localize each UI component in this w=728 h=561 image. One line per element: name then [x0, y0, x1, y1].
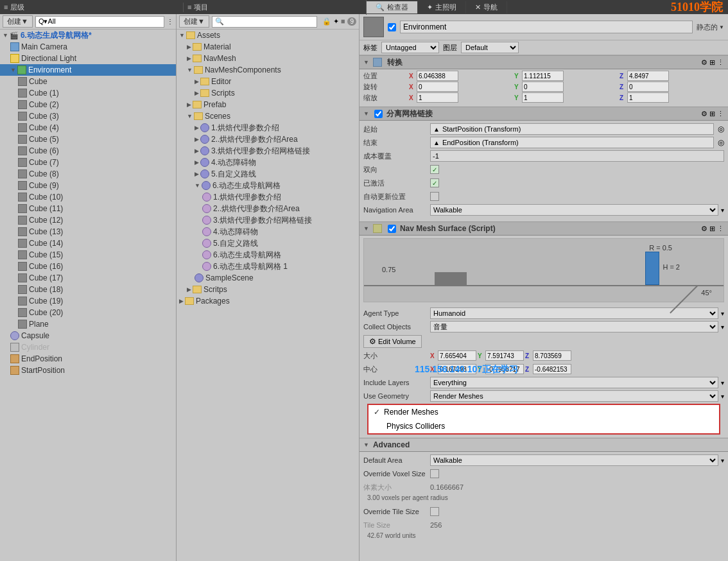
- cost-input[interactable]: [430, 150, 724, 162]
- project-navmeshcomp-folder[interactable]: ▼ NavMeshComponents: [177, 64, 359, 76]
- object-name-input[interactable]: [400, 21, 693, 33]
- scale-z-input[interactable]: [627, 92, 669, 103]
- hierarchy-item-end-pos[interactable]: EndPosition: [0, 353, 176, 365]
- project-scene1[interactable]: ▶ 1.烘焙代理参数介绍: [177, 122, 359, 134]
- offmesh-enabled-checkbox[interactable]: [374, 110, 383, 118]
- tab-lighting[interactable]: ✦ 主照明: [418, 1, 466, 13]
- pos-y-input[interactable]: [522, 71, 564, 81]
- hierarchy-item-cube4[interactable]: Cube (4): [0, 122, 176, 134]
- bidirectional-checkbox[interactable]: ✓: [430, 165, 439, 174]
- hierarchy-item-start-pos[interactable]: StartPosition: [0, 365, 176, 376]
- hierarchy-item-cube6[interactable]: Cube (6): [0, 145, 176, 157]
- pos-z-input[interactable]: [627, 71, 669, 81]
- edit-volume-button[interactable]: ⚙ Edit Volume: [363, 335, 422, 348]
- rot-x-input[interactable]: [417, 82, 458, 92]
- hierarchy-create-button[interactable]: 创建▼: [3, 15, 33, 28]
- project-create-button[interactable]: 创建▼: [179, 15, 209, 28]
- hierarchy-item-dir-light[interactable]: Directional Light: [0, 53, 176, 64]
- end-object-field[interactable]: ▲ EndPosition (Transform): [430, 137, 714, 148]
- project-editor-folder[interactable]: ▶ Editor: [177, 76, 359, 87]
- center-z-input[interactable]: [533, 364, 571, 374]
- hierarchy-item-cube11[interactable]: Cube (11): [0, 203, 176, 214]
- project-scene4b[interactable]: 4.动态障碍物: [177, 226, 359, 237]
- hierarchy-item-cylinder[interactable]: Cylinder: [0, 341, 176, 353]
- hierarchy-item-cube14[interactable]: Cube (14): [0, 237, 176, 249]
- hierarchy-item-cube9[interactable]: Cube (9): [0, 180, 176, 191]
- project-material-folder[interactable]: ▶ Material: [177, 41, 359, 53]
- collect-objects-dropdown[interactable]: 音量: [430, 321, 718, 332]
- project-scene3b[interactable]: 3.烘焙代理参数介绍网格链接: [177, 214, 359, 226]
- project-assets-folder[interactable]: ▼ Assets: [177, 30, 359, 41]
- start-object-field[interactable]: ▲ StartPosition (Transform): [430, 123, 714, 135]
- hierarchy-item-cube7[interactable]: Cube (7): [0, 157, 176, 168]
- hierarchy-item-cube16[interactable]: Cube (16): [0, 261, 176, 272]
- size-y-input[interactable]: [485, 350, 524, 361]
- project-search-box[interactable]: 🔍: [212, 16, 317, 28]
- hierarchy-item-cube12[interactable]: Cube (12): [0, 214, 176, 226]
- default-area-dropdown[interactable]: Walkable: [430, 454, 718, 466]
- rot-y-input[interactable]: [522, 82, 564, 92]
- navmesh-surface-section-header[interactable]: ▼ Nav Mesh Surface (Script) ⚙ ⊞ ⋮: [360, 221, 728, 236]
- project-scene1b[interactable]: 1.烘焙代理参数介绍: [177, 191, 359, 203]
- hierarchy-item-cube18[interactable]: Cube (18): [0, 284, 176, 295]
- override-tile-checkbox[interactable]: [430, 507, 439, 516]
- navmesh-surface-checkbox[interactable]: [388, 225, 396, 233]
- scale-y-input[interactable]: [522, 92, 564, 103]
- project-navmesh-folder[interactable]: ▶ NavMesh: [177, 53, 359, 64]
- project-prefab-folder[interactable]: ▶ Prefab: [177, 99, 359, 110]
- static-dropdown-arrow[interactable]: ▼: [719, 24, 724, 30]
- project-scripts-folder[interactable]: ▶ Scripts: [177, 87, 359, 99]
- include-layers-dropdown[interactable]: Everything: [430, 377, 718, 388]
- hierarchy-search-input[interactable]: [35, 16, 164, 28]
- project-scene2[interactable]: ▶ 2..烘焙代理参数介绍Area: [177, 134, 359, 145]
- start-pick-icon[interactable]: ◎: [718, 125, 724, 134]
- hierarchy-item-cube5[interactable]: Cube (5): [0, 134, 176, 145]
- center-x-input[interactable]: [438, 364, 476, 374]
- agent-type-dropdown[interactable]: Humanoid: [430, 307, 718, 319]
- override-voxel-checkbox[interactable]: [430, 469, 439, 478]
- scene-root-item[interactable]: ▼ 🎬 6.动态生成导航网格*: [0, 30, 176, 41]
- nav-area-dropdown[interactable]: Walkable: [430, 204, 718, 216]
- project-scenes-folder[interactable]: ▼ Scenes: [177, 110, 359, 122]
- hierarchy-item-main-camera[interactable]: Main Camera: [0, 41, 176, 53]
- use-geometry-dropdown[interactable]: Render Meshes Physics Colliders: [430, 390, 718, 402]
- dropdown-physics-colliders[interactable]: Physics Colliders: [368, 419, 719, 433]
- dropdown-render-meshes[interactable]: ✓ Render Meshes: [368, 405, 719, 419]
- project-scene5[interactable]: ▶ 5.自定义路线: [177, 168, 359, 180]
- project-scene3[interactable]: ▶ 3.烘焙代理参数介绍网格链接: [177, 145, 359, 157]
- project-scene6[interactable]: ▼ 6.动态生成导航网格: [177, 180, 359, 191]
- offmesh-section-header[interactable]: ▼ 分离网格链接 ⚙ ⊞ ⋮: [360, 107, 728, 121]
- hierarchy-item-cube[interactable]: Cube: [0, 76, 176, 87]
- hierarchy-item-environment[interactable]: ▼ Environment: [0, 64, 176, 76]
- center-y-input[interactable]: [485, 364, 524, 374]
- hierarchy-item-cube10[interactable]: Cube (10): [0, 191, 176, 203]
- project-scene5b[interactable]: 5.自定义路线: [177, 237, 359, 249]
- object-active-checkbox[interactable]: [388, 23, 396, 31]
- hierarchy-item-capsule[interactable]: Capsule: [0, 330, 176, 341]
- project-scene6b[interactable]: 6.动态生成导航网格: [177, 249, 359, 261]
- project-scene6c[interactable]: 6.动态生成导航网格 1: [177, 261, 359, 272]
- rot-z-input[interactable]: [627, 82, 669, 92]
- hierarchy-item-cube2[interactable]: Cube (2): [0, 99, 176, 110]
- project-packages-folder[interactable]: ▶ Packages: [177, 295, 359, 307]
- hierarchy-item-cube1[interactable]: Cube (1): [0, 87, 176, 99]
- scale-x-input[interactable]: [417, 92, 458, 103]
- advanced-section-header[interactable]: ▼ Advanced: [360, 438, 728, 452]
- activated-checkbox[interactable]: ✓: [430, 178, 439, 187]
- hierarchy-item-cube8[interactable]: Cube (8): [0, 168, 176, 180]
- project-scritps-folder[interactable]: ▶ Scritps: [177, 284, 359, 295]
- size-z-input[interactable]: [533, 350, 571, 361]
- project-scene4[interactable]: ▶ 4.动态障碍物: [177, 157, 359, 168]
- hierarchy-item-cube15[interactable]: Cube (15): [0, 249, 176, 261]
- end-pick-icon[interactable]: ◎: [718, 138, 724, 147]
- project-scene2b[interactable]: 2..烘焙代理参数介绍Area: [177, 203, 359, 214]
- project-sample[interactable]: SampleScene: [177, 272, 359, 284]
- hierarchy-item-cube17[interactable]: Cube (17): [0, 272, 176, 284]
- tab-inspector[interactable]: 🔍 检查器: [367, 1, 418, 13]
- hierarchy-item-cube13[interactable]: Cube (13): [0, 226, 176, 237]
- hierarchy-item-plane[interactable]: Plane: [0, 318, 176, 330]
- hierarchy-item-cube20[interactable]: Cube (20): [0, 307, 176, 318]
- hierarchy-item-cube3[interactable]: Cube (3): [0, 110, 176, 122]
- tab-navigation[interactable]: ✕ 导航: [466, 1, 507, 13]
- tag-dropdown[interactable]: Untagged: [381, 42, 439, 53]
